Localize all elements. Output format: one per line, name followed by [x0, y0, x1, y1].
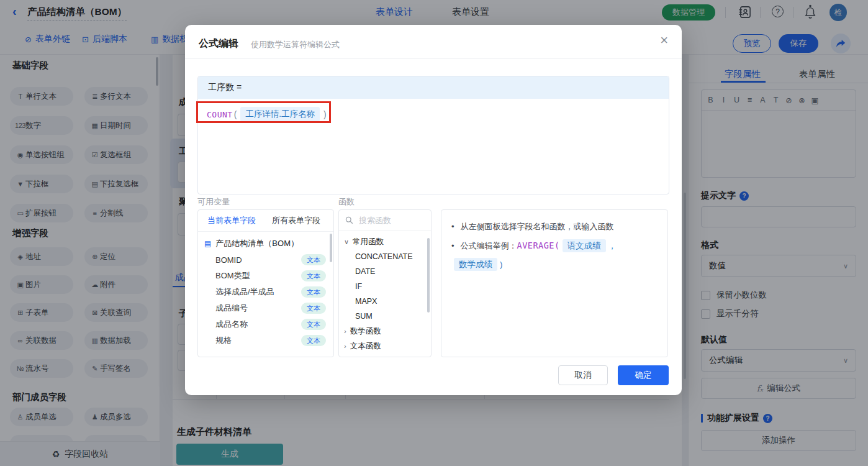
document-icon: ▤: [204, 239, 211, 248]
variable-type-tag: 文本: [301, 303, 326, 314]
variable-name: BOMID: [215, 255, 242, 265]
function-item[interactable]: DATE: [355, 264, 375, 279]
variable-type-tag: 文本: [301, 270, 326, 281]
formula-editor[interactable]: 工序数 = COUNT ( 工序详情.工序名称 ): [197, 76, 669, 194]
function-item[interactable]: CONCATENATE: [355, 249, 413, 264]
variable-type-tag: 文本: [301, 254, 326, 265]
variable-name: 规格: [215, 335, 232, 346]
app-window: ‹ 产品结构清单（BOM） 表单设计 表单设置 数据管理 ? 检: [0, 0, 868, 466]
tab-all-form-fields[interactable]: 所有表单字段: [272, 215, 320, 226]
hints-panel: •从左侧面板选择字段名和函数，或输入函数 •公式编辑举例：AVERAGE(语文成…: [441, 209, 668, 357]
cancel-button[interactable]: 取消: [558, 365, 608, 385]
chevron-right-icon: ›: [344, 327, 346, 335]
hint-line-2: •公式编辑举例：AVERAGE(语文成绩，数学成绩): [451, 236, 658, 274]
search-icon: [345, 216, 353, 224]
modal-title: 公式编辑: [199, 37, 238, 50]
example-chip: 数学成绩: [454, 258, 497, 271]
tab-current-form-fields[interactable]: 当前表单字段: [207, 215, 256, 226]
variable-name: 选择成品/半成品: [215, 286, 274, 298]
variable-type-tag: 文本: [301, 286, 326, 298]
function-group-expanded[interactable]: ∨常用函数: [344, 234, 384, 249]
variable-name: 成品名称: [215, 319, 248, 330]
annotation-red-box: [196, 101, 331, 123]
example-chip: 语文成绩: [563, 239, 606, 252]
close-icon[interactable]: ×: [660, 34, 668, 47]
ok-button[interactable]: 确定: [618, 365, 669, 385]
function-list: ∨常用函数CONCATENATEDATEIFMAPXSUM›数学函数›文本函数: [339, 231, 431, 357]
search-functions-input[interactable]: [358, 215, 422, 226]
chevron-right-icon: ›: [344, 342, 346, 350]
functions-panel: ∨常用函数CONCATENATEDATEIFMAPXSUM›数学函数›文本函数: [338, 209, 432, 357]
function-group-label: 数学函数: [350, 326, 381, 337]
variable-name: 成品编号: [215, 303, 248, 314]
functions-section-label: 函数: [338, 196, 355, 208]
function-item[interactable]: SUM: [355, 309, 373, 324]
variable-row[interactable]: 规格文本: [198, 332, 333, 349]
variable-row[interactable]: 选择成品/半成品文本: [198, 284, 333, 300]
hint-line-1: •从左侧面板选择字段名和函数，或输入函数: [451, 217, 658, 236]
function-search: [339, 210, 431, 231]
function-group-label: 常用函数: [353, 237, 384, 247]
function-item[interactable]: IF: [355, 279, 362, 294]
formula-edit-modal: 公式编辑 使用数学运算符编辑公式 × 工序数 = COUNT ( 工序详情.工序…: [185, 25, 682, 395]
function-group-label: 文本函数: [350, 341, 381, 352]
variable-row[interactable]: BOMID文本: [198, 252, 333, 268]
variable-row[interactable]: 成品编号文本: [198, 300, 333, 316]
functions-scrollbar[interactable]: [427, 238, 430, 313]
variable-type-tag: 文本: [301, 335, 326, 346]
variables-scrollbar[interactable]: [330, 234, 332, 262]
variable-type-tag: 文本: [301, 319, 326, 330]
variable-list: ▤产品结构清单（BOM）BOMID文本BOM类型文本选择成品/半成品文本成品编号…: [198, 232, 333, 357]
variables-section-label: 可用变量: [197, 196, 230, 208]
variable-row[interactable]: 成品名称文本: [198, 316, 333, 332]
formula-target: 工序数 =: [198, 76, 669, 99]
example-function: AVERAGE(: [517, 240, 560, 250]
chevron-down-icon: ∨: [344, 238, 349, 246]
function-group-collapsed[interactable]: ›数学函数: [344, 324, 381, 339]
variable-root-label: 产品结构清单（BOM）: [215, 238, 299, 249]
divider: [185, 58, 682, 59]
variable-row[interactable]: BOM类型文本: [198, 268, 333, 284]
function-group-collapsed[interactable]: ›文本函数: [344, 339, 381, 354]
variables-panel: 当前表单字段 所有表单字段 ▤产品结构清单（BOM）BOMID文本BOM类型文本…: [197, 209, 334, 357]
variable-name: BOM类型: [215, 270, 250, 281]
variable-tree-root[interactable]: ▤产品结构清单（BOM）: [198, 235, 333, 252]
modal-subtitle: 使用数学运算符编辑公式: [251, 39, 340, 50]
variables-tabs: 当前表单字段 所有表单字段: [198, 210, 333, 232]
function-item[interactable]: MAPX: [355, 294, 377, 309]
